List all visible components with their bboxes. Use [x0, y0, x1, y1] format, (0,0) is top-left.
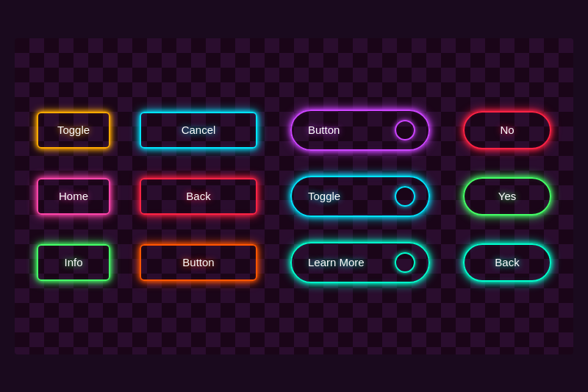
- toggle-pill-cyan[interactable]: Toggle: [290, 176, 430, 217]
- button-label-redorange: Button: [182, 256, 214, 268]
- back-button-red[interactable]: Back: [140, 178, 257, 215]
- toggle-label-cyan: Toggle: [308, 190, 340, 202]
- yes-label: Yes: [498, 190, 516, 202]
- no-button[interactable]: No: [463, 111, 551, 149]
- toggle-circle-green: [395, 120, 415, 140]
- info-label: Info: [64, 256, 82, 268]
- toggle-circle-cyan: [395, 186, 415, 207]
- cancel-button[interactable]: Cancel: [140, 112, 257, 149]
- toggle-button-orange[interactable]: Toggle: [37, 112, 110, 149]
- toggle-inner: Button: [292, 120, 429, 140]
- learn-more-label: Learn More: [308, 256, 365, 268]
- button-label: Button: [308, 124, 340, 136]
- info-button[interactable]: Info: [37, 244, 110, 281]
- learn-more-button[interactable]: Learn More: [290, 242, 430, 283]
- back-label-teal: Back: [495, 256, 519, 268]
- button-redorange[interactable]: Button: [140, 244, 257, 281]
- toggle-label: Toggle: [57, 124, 90, 136]
- back-label-red: Back: [186, 190, 210, 202]
- no-label: No: [500, 124, 514, 136]
- toggle-circle-red: [395, 252, 415, 273]
- main-scene: Toggle Cancel Button No Home Back Toggle: [15, 38, 573, 354]
- toggle-inner-teal: Learn More: [292, 252, 429, 273]
- cancel-label: Cancel: [182, 124, 216, 136]
- back-button-teal[interactable]: Back: [463, 243, 551, 282]
- home-label: Home: [59, 190, 88, 202]
- button-pill-purple[interactable]: Button: [290, 110, 430, 151]
- yes-button[interactable]: Yes: [463, 177, 551, 215]
- home-button[interactable]: Home: [37, 178, 110, 215]
- button-grid: Toggle Cancel Button No Home Back Toggle: [29, 101, 559, 292]
- toggle-inner-cyan: Toggle: [292, 186, 429, 207]
